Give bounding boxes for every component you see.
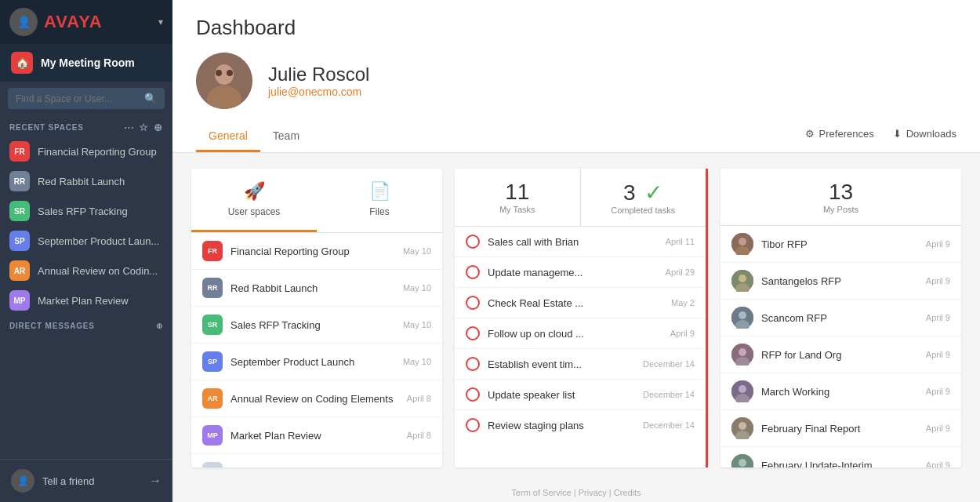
task-checkbox[interactable] [466,326,480,340]
post-date-6: April 9 [926,424,950,433]
task-item[interactable]: Update manageme... April 29 [455,257,706,288]
list-item[interactable]: MP Market Plan Review April 8 [191,417,442,454]
sidebar-item-september[interactable]: SP September Product Laun... [0,226,172,256]
tasks-count: 11 [466,180,569,205]
space-badge-rr: RR [9,171,30,191]
tab-files[interactable]: 📄 Files [317,169,442,232]
spaces-items-list: FR Financial Reporting Group May 10 RR R… [191,233,442,467]
list-item[interactable]: RR Red Rabbit Launch May 10 [191,270,442,307]
list-item[interactable]: Regular Friday Team Meeting April 8 [191,454,442,467]
sidebar-item-sales-rfp[interactable]: SR Sales RFP Tracking [0,196,172,226]
posts-label: My Posts [731,205,950,214]
task-checkbox[interactable] [466,296,480,310]
task-date-7: December 14 [643,420,695,430]
space-item-name-ar: Annual Review on Coding Elements [230,393,399,405]
spaces-tabs: 🚀 User spaces 📄 Files [191,169,442,233]
my-meeting-room-item[interactable]: 🏠 My Meeting Room [0,44,172,82]
sidebar-footer[interactable]: 👤 Tell a friend → [0,459,172,502]
star-icon[interactable]: ☆ [139,122,149,133]
task-name-4: Follow up on cloud ... [488,328,662,340]
list-item[interactable]: FR Financial Reporting Group May 10 [191,233,442,270]
task-date-3: May 2 [671,298,695,307]
search-icon: 🔍 [144,93,157,104]
space-item-date-sr: May 10 [403,320,431,329]
tasks-section: 11 My Tasks 3 ✓ Completed tasks Sales ca… [455,169,708,467]
list-item[interactable]: SR Sales RFP Tracking May 10 [191,307,442,344]
post-item[interactable]: Scancom RFP April 9 [720,300,961,336]
add-space-icon[interactable]: ⊕ [154,122,163,133]
search-input[interactable] [16,93,140,104]
task-checkbox[interactable] [466,265,480,279]
post-name-7: February Update-Interim [761,460,918,468]
task-item[interactable]: Review staging plans December 14 [455,410,706,440]
tab-general[interactable]: General [196,122,260,152]
user-spaces-panel: 🚀 User spaces 📄 Files FR Financial Repor… [191,169,442,467]
svg-point-21 [739,422,746,430]
sidebar-item-annual-review[interactable]: AR Annual Review on Codin... [0,256,172,286]
post-date-3: April 9 [926,313,950,322]
space-badge-sr: SR [9,201,30,221]
file-icon: 📄 [369,181,390,202]
chevron-down-icon[interactable]: ▾ [158,16,163,27]
post-item[interactable]: March Working April 9 [720,373,961,410]
post-date-7: April 9 [926,460,950,467]
preferences-action[interactable]: ⚙ Preferences [805,128,874,140]
task-item[interactable]: Follow up on cloud ... April 9 [455,318,706,349]
sidebar-item-red-rabbit[interactable]: RR Red Rabbit Launch [0,166,172,196]
post-name-6: February Final Report [761,423,918,435]
space-name-mp: Market Plan Review [38,295,163,307]
badge-sp: SP [202,351,223,372]
svg-point-24 [739,459,746,467]
task-checkbox[interactable] [466,357,480,371]
space-item-date-ar: April 8 [407,394,431,403]
gear-icon: ⚙ [805,128,815,140]
profile-email: julie@onecmo.com [268,85,956,98]
post-item[interactable]: February Update-Interim April 9 [720,447,961,467]
search-bar[interactable]: 🔍 [8,88,165,109]
space-item-date-rr: May 10 [403,283,431,293]
check-icon: ✓ [639,180,663,205]
post-name-1: Tibor RFP [761,238,918,250]
task-checkbox[interactable] [466,387,480,402]
post-item[interactable]: February Final Report April 9 [720,410,961,447]
list-item[interactable]: SP September Product Launch May 10 [191,344,442,380]
profile-avatar [196,53,252,109]
spaces-list: FR Financial Reporting Group RR Red Rabb… [0,136,172,315]
sidebar-item-financial-reporting[interactable]: FR Financial Reporting Group [0,136,172,166]
task-checkbox[interactable] [466,235,480,249]
task-name-2: Update manageme... [488,267,658,278]
list-item[interactable]: AR Annual Review on Coding Elements Apri… [191,380,442,417]
posts-count: 13 [731,180,950,205]
tab-user-spaces[interactable]: 🚀 User spaces [191,169,317,232]
badge-ar: AR [202,388,223,409]
task-item[interactable]: Update speaker list December 14 [455,380,706,410]
footer-avatar: 👤 [11,469,34,493]
user-spaces-label: User spaces [228,206,281,217]
space-item-name-rf: Regular Friday Team Meeting [230,467,399,468]
add-dm-icon[interactable]: ⊕ [156,322,163,330]
post-item[interactable]: Tibor RFP April 9 [720,226,961,263]
task-item[interactable]: Check Real Estate ... May 2 [455,288,706,318]
post-item[interactable]: Santangelos RFP April 9 [720,263,961,300]
post-item[interactable]: RFP for Land Org April 9 [720,336,961,373]
space-badge-mp: MP [9,290,30,311]
svg-point-9 [739,275,746,282]
space-item-name-sp: September Product Launch [230,356,395,368]
post-date-4: April 9 [926,350,950,359]
space-item-date-sp: May 10 [403,357,431,366]
task-date-6: December 14 [643,390,695,399]
tab-team[interactable]: Team [260,122,312,152]
svg-point-6 [739,238,746,246]
badge-fr: FR [202,241,223,261]
space-badge-fr: FR [9,141,30,162]
sidebar-item-market-plan[interactable]: MP Market Plan Review [0,286,172,315]
dashboard-content: 🚀 User spaces 📄 Files FR Financial Repor… [172,153,980,483]
task-checkbox[interactable] [466,418,480,432]
downloads-action[interactable]: ⬇ Downloads [893,128,956,140]
more-icon[interactable]: ··· [124,122,134,133]
badge-rr: RR [202,278,223,298]
svg-point-18 [739,385,746,393]
space-item-name-fr: Financial Reporting Group [230,246,395,257]
task-item[interactable]: Establish event tim... December 14 [455,349,706,380]
task-item[interactable]: Sales call with Brian April 11 [455,227,706,257]
